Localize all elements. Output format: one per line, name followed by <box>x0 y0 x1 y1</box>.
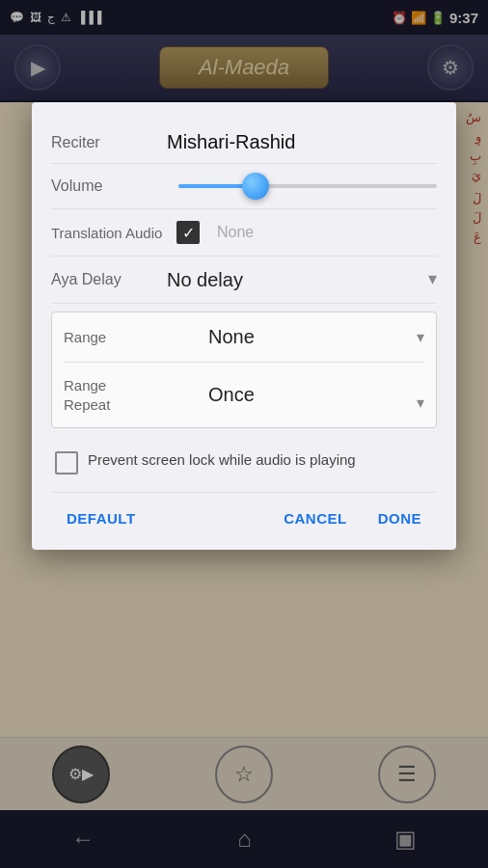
aya-delay-value: No delay <box>167 269 428 291</box>
range-value: None <box>150 326 417 348</box>
reciter-label: Reciter <box>51 134 167 151</box>
translation-audio-row: Translation Audio ✓ None <box>51 209 437 257</box>
cancel-button[interactable]: CANCEL <box>268 501 363 536</box>
aya-delay-arrow-icon: ▾ <box>428 268 437 291</box>
prevent-screen-lock-row: Prevent screen lock while audio is playi… <box>51 436 437 488</box>
range-repeat-value: Once <box>150 384 417 406</box>
dialog-buttons: DEFAULT CANCEL DONE <box>51 492 437 550</box>
modal-overlay: Reciter Mishari-Rashid Volume Translatio… <box>0 0 488 868</box>
reciter-value: Mishari-Rashid <box>167 131 437 153</box>
aya-delay-row[interactable]: Aya Delay No delay ▾ <box>51 257 437 304</box>
done-button[interactable]: DONE <box>363 501 437 536</box>
range-arrow-icon: ▾ <box>417 328 424 348</box>
volume-row: Volume <box>51 164 437 209</box>
aya-delay-label: Aya Delay <box>51 271 167 288</box>
settings-dialog: Reciter Mishari-Rashid Volume Translatio… <box>32 102 456 550</box>
range-box: Range None ▾ Range Repeat Once ▾ <box>51 312 437 428</box>
translation-none-value: None <box>217 224 254 241</box>
range-repeat-row[interactable]: Range Repeat Once ▾ <box>52 363 436 427</box>
prevent-screen-lock-checkbox[interactable] <box>55 451 78 475</box>
range-repeat-arrow-icon: ▾ <box>417 393 424 414</box>
range-row[interactable]: Range None ▾ <box>52 312 436 362</box>
reciter-row: Reciter Mishari-Rashid <box>51 122 437 164</box>
range-label: Range <box>64 328 150 347</box>
translation-checkbox[interactable]: ✓ <box>176 221 200 244</box>
prevent-screen-lock-text: Prevent screen lock while audio is playi… <box>88 449 356 470</box>
translation-audio-label: Translation Audio <box>51 225 167 241</box>
volume-thumb[interactable] <box>242 173 269 200</box>
default-button[interactable]: DEFAULT <box>51 501 151 536</box>
volume-label: Volume <box>51 177 167 195</box>
range-repeat-label: Range Repeat <box>64 376 150 414</box>
volume-slider[interactable] <box>178 184 437 188</box>
